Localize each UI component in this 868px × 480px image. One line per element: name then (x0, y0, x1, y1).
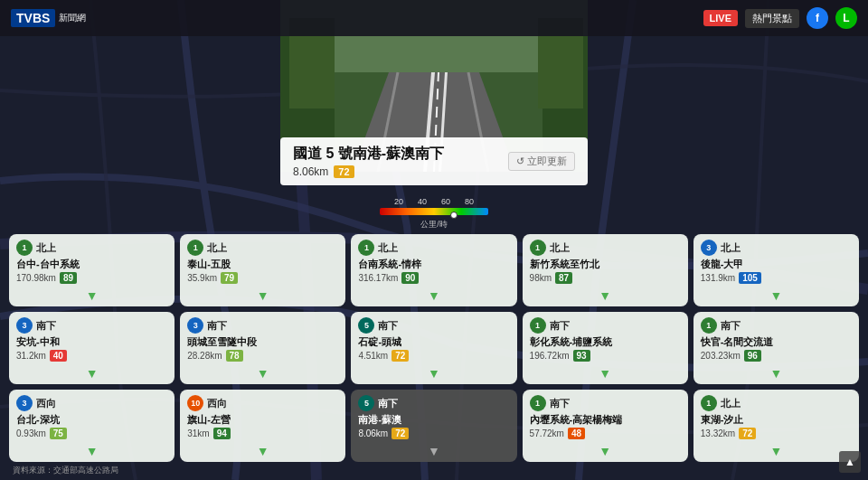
traffic-card-8[interactable]: 5 南下 石碇-頭城 4.51km 72 ▼ (351, 312, 516, 384)
header: TVBS 新聞網 LIVE 熱門景點 f L (0, 0, 868, 36)
card-speed: 96 (744, 350, 761, 362)
card-distance: 0.93km (16, 428, 46, 438)
card-route: 新竹系統至竹北 (530, 258, 599, 270)
card-route: 旗山-左營 (187, 413, 231, 426)
route-icon: 10 (187, 395, 203, 411)
live-button[interactable]: LIVE (703, 10, 738, 26)
card-speed: 87 (555, 272, 572, 284)
footer: 資料來源：交通部高速公路局 (13, 465, 118, 476)
card-expand-arrow[interactable]: ▼ (599, 288, 611, 303)
card-expand-arrow[interactable]: ▼ (428, 444, 440, 458)
speed-badge: 72 (334, 165, 354, 178)
card-speed: 78 (226, 350, 243, 362)
card-direction: 南下 (721, 319, 741, 333)
traffic-card-3[interactable]: 1 北上 台南系統-情梓 316.17km 90 ▼ (351, 234, 516, 306)
card-direction: 北上 (378, 241, 398, 255)
header-right: LIVE 熱門景點 f L (703, 7, 857, 29)
card-info: 0.93km 75 (16, 428, 67, 439)
card-header: 3 西向 (16, 395, 56, 411)
card-header: 1 北上 (16, 240, 56, 256)
card-distance: 98km (530, 273, 552, 283)
card-distance: 196.72km (530, 351, 570, 361)
card-expand-arrow[interactable]: ▼ (769, 444, 782, 458)
card-direction: 西向 (36, 397, 56, 410)
card-expand-arrow[interactable]: ▼ (257, 444, 269, 458)
card-expand-arrow[interactable]: ▼ (428, 288, 440, 303)
card-direction: 北上 (550, 241, 570, 255)
road-distance: 8.06km (293, 165, 328, 178)
traffic-card-4[interactable]: 1 北上 新竹系統至竹北 98km 87 ▼ (523, 234, 688, 306)
traffic-card-10[interactable]: 1 南下 快官-名間交流道 203.23km 96 ▼ (693, 312, 859, 384)
card-expand-arrow[interactable]: ▼ (257, 288, 269, 303)
card-speed: 93 (573, 350, 590, 362)
traffic-card-7[interactable]: 3 南下 頭城至雪隧中段 28.28km 78 ▼ (180, 312, 345, 384)
card-direction: 南下 (550, 397, 570, 410)
route-icon: 3 (187, 317, 203, 334)
road-info: 8.06km 72 (293, 165, 444, 178)
refresh-button[interactable]: ↺ 立即更新 (508, 152, 575, 171)
facebook-icon[interactable]: f (807, 7, 828, 29)
card-direction: 南下 (378, 397, 398, 410)
route-icon: 1 (530, 240, 546, 256)
traffic-card-2[interactable]: 1 北上 泰山-五股 35.9km 79 ▼ (180, 234, 345, 306)
card-direction: 北上 (721, 241, 741, 255)
route-icon: 1 (358, 240, 374, 256)
card-expand-arrow[interactable]: ▼ (769, 366, 782, 381)
traffic-card-13[interactable]: 5 南下 南港-蘇澳 8.06km 72 ▼ (351, 390, 516, 462)
traffic-card-5[interactable]: 3 北上 後龍-大甲 131.9km 105 ▼ (693, 234, 859, 306)
card-header: 3 南下 (187, 317, 227, 334)
data-source: 資料來源：交通部高速公路局 (13, 466, 118, 475)
card-direction: 北上 (207, 241, 227, 255)
card-header: 3 南下 (16, 317, 56, 334)
card-expand-arrow[interactable]: ▼ (769, 288, 782, 303)
card-info: 31.2km 40 (16, 350, 67, 362)
route-icon: 1 (701, 395, 717, 411)
line-icon[interactable]: L (835, 7, 857, 29)
scale-unit: 公里/時 (420, 219, 448, 231)
card-route: 台北-深坑 (16, 413, 60, 426)
card-distance: 316.17km (358, 273, 398, 283)
route-icon: 1 (187, 240, 203, 256)
card-info: 4.51km 72 (358, 350, 409, 362)
traffic-card-11[interactable]: 3 西向 台北-深坑 0.93km 75 ▼ (9, 390, 175, 462)
card-direction: 南下 (207, 319, 227, 333)
card-speed: 72 (392, 428, 409, 439)
card-distance: 170.98km (16, 273, 56, 283)
card-direction: 南下 (378, 319, 398, 333)
card-info: 8.06km 72 (358, 428, 409, 439)
road-title: 國道 5 號南港-蘇澳南下 (293, 145, 444, 164)
traffic-card-9[interactable]: 1 南下 彰化系統-埔鹽系統 196.72km 93 ▼ (523, 312, 688, 384)
card-route: 彰化系統-埔鹽系統 (530, 335, 613, 348)
card-expand-arrow[interactable]: ▼ (428, 366, 440, 381)
card-expand-arrow[interactable]: ▼ (86, 444, 99, 458)
card-info: 131.9km 105 (701, 272, 761, 284)
traffic-card-14[interactable]: 1 南下 內壢系統-高架楊梅端 57.72km 48 ▼ (523, 390, 688, 462)
card-info: 31km 94 (187, 428, 231, 439)
route-icon: 1 (701, 317, 717, 334)
card-distance: 13.32km (701, 428, 735, 438)
card-info: 196.72km 93 (530, 350, 590, 362)
route-icon: 3 (16, 317, 33, 334)
card-header: 5 南下 (358, 317, 398, 334)
card-info: 98km 87 (530, 272, 573, 284)
card-expand-arrow[interactable]: ▼ (86, 288, 99, 303)
card-expand-arrow[interactable]: ▼ (599, 366, 611, 381)
card-expand-arrow[interactable]: ▼ (257, 366, 269, 381)
traffic-card-12[interactable]: 10 西向 旗山-左營 31km 94 ▼ (180, 390, 345, 462)
hot-spots-button[interactable]: 熱門景點 (745, 9, 799, 28)
traffic-card-1[interactable]: 1 北上 台中-台中系統 170.98km 89 ▼ (9, 234, 175, 306)
card-speed: 40 (50, 350, 67, 362)
traffic-card-15[interactable]: 1 北上 東湖-汐止 13.32km 72 ▼ (693, 390, 859, 462)
logo: TVBS 新聞網 (11, 9, 86, 28)
card-header: 5 南下 (358, 395, 398, 411)
card-distance: 8.06km (358, 428, 388, 438)
card-expand-arrow[interactable]: ▼ (599, 444, 611, 458)
scroll-up-button[interactable]: ▲ (839, 451, 861, 473)
card-header: 1 南下 (530, 317, 570, 334)
traffic-card-6[interactable]: 3 南下 安坑-中和 31.2km 40 ▼ (9, 312, 175, 384)
card-expand-arrow[interactable]: ▼ (86, 366, 99, 381)
route-icon: 1 (16, 240, 33, 256)
card-route: 南港-蘇澳 (358, 413, 401, 426)
card-route: 石碇-頭城 (358, 335, 401, 348)
card-distance: 203.23km (701, 351, 741, 361)
